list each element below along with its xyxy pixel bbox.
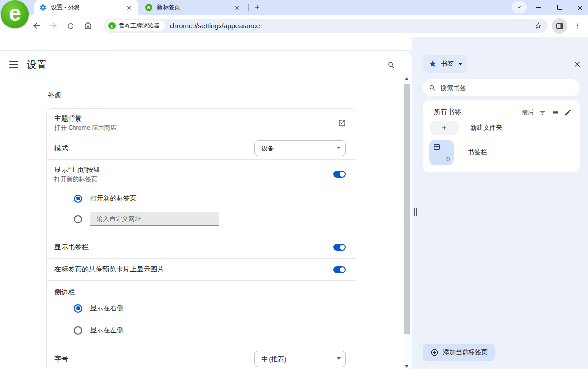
edit-pencil-icon[interactable] <box>564 109 572 116</box>
plus-circle-icon <box>430 348 439 357</box>
panel-title-dropdown[interactable]: 书签 <box>423 55 467 73</box>
radio-selected-icon[interactable] <box>74 195 82 203</box>
bookmarks-bar-label: 显示书签栏 <box>54 243 333 252</box>
window-minimize-button[interactable] <box>529 0 547 15</box>
mode-select-value: 设备 <box>261 144 274 153</box>
content-top-strip <box>0 37 412 50</box>
folder-tile[interactable]: 0 <box>429 140 454 165</box>
view-list-icon[interactable] <box>552 109 559 116</box>
tab-hover-label: 在标签页的悬停预览卡片上显示图片 <box>54 265 333 274</box>
section-title: 外观 <box>48 91 61 100</box>
add-current-tab-button[interactable]: 添加当前标签页 <box>423 344 495 361</box>
window-close-button[interactable] <box>570 0 588 15</box>
scrollbar[interactable] <box>403 74 411 369</box>
tab-title: 新标签页 <box>157 3 233 12</box>
tab-new-tab[interactable]: e 新标签页 <box>140 0 246 15</box>
chevron-down-icon <box>337 147 341 149</box>
main-area: 设置 外观 主题背景 打开 Chrome 应用商店 模式 设备 <box>0 37 588 369</box>
theme-row[interactable]: 主题背景 打开 Chrome 应用商店 <box>47 109 356 137</box>
gear-icon <box>39 4 47 11</box>
back-icon[interactable] <box>29 19 43 33</box>
mode-row: 模式 设备 <box>47 137 356 159</box>
sidebar-label: 侧边栏 <box>54 287 346 296</box>
radio-label: 显示在左侧 <box>90 326 123 335</box>
add-current-tab-label: 添加当前标签页 <box>443 348 488 357</box>
home-button-toggle[interactable] <box>333 171 346 178</box>
bookmarks-bar-folder[interactable]: 0 书签栏 <box>429 140 580 165</box>
font-size-row: 字号 中 (推荐) <box>47 347 356 369</box>
all-bookmarks-card: 所有书签 最后 新建文件夹 <box>423 100 580 172</box>
new-tab-button[interactable] <box>251 1 263 13</box>
browser-favicon-icon: e <box>108 22 116 29</box>
bookmark-search-bar[interactable] <box>423 79 580 96</box>
radio-option-right[interactable]: 显示在右侧 <box>74 304 123 313</box>
home-button-row: 显示“主页”按钮 打开新的标签页 打开新的标签页 <box>47 159 356 236</box>
browser-window: 设置 - 外观 e 新标签页 e <box>0 0 588 369</box>
home-icon[interactable] <box>81 19 95 33</box>
external-link-icon[interactable] <box>338 119 346 127</box>
reload-icon[interactable] <box>64 19 77 33</box>
tab-search-chevron-icon[interactable] <box>512 1 527 13</box>
browser-favicon-icon: e <box>145 4 152 11</box>
font-size-select[interactable]: 中 (推荐) <box>254 351 346 367</box>
tab-strip: 设置 - 外观 e 新标签页 <box>0 0 588 15</box>
folder-count: 0 <box>446 156 450 163</box>
radio-option-ntp[interactable]: 打开新的标签页 <box>74 194 137 203</box>
toolbar: e 爱奇王牌浏览器 chrome://settings/appearance <box>0 15 588 37</box>
settings-page: 设置 外观 主题背景 打开 Chrome 应用商店 模式 设备 <box>0 50 412 369</box>
side-panel-toggle-icon[interactable] <box>552 18 567 34</box>
radio-label: 显示在右侧 <box>90 304 123 313</box>
new-folder-label: 新建文件夹 <box>470 123 502 132</box>
radio-unselected-icon[interactable] <box>74 215 82 223</box>
scrollbar-thumb[interactable] <box>404 84 410 334</box>
font-size-select-value: 中 (推荐) <box>261 355 286 364</box>
sort-icon[interactable] <box>539 109 546 116</box>
appearance-card: 主题背景 打开 Chrome 应用商店 模式 设备 显示“主页”按钮 打开新的标 <box>46 108 356 369</box>
bookmark-star-icon[interactable] <box>534 22 542 30</box>
radio-label: 打开新的标签页 <box>90 194 137 203</box>
window-maximize-button[interactable] <box>550 0 569 15</box>
tab-hover-toggle[interactable] <box>333 266 346 273</box>
window-icon <box>433 143 441 151</box>
bookmarks-bar-toggle[interactable] <box>333 244 346 251</box>
tab-close-icon[interactable] <box>125 3 133 12</box>
folder-name: 书签栏 <box>468 148 487 157</box>
search-icon[interactable] <box>387 61 396 70</box>
home-button-subtitle: 打开新的标签页 <box>54 175 346 184</box>
forward-icon <box>47 19 60 33</box>
panel-title: 书签 <box>441 59 454 68</box>
theme-subtitle: 打开 Chrome 应用商店 <box>54 123 346 133</box>
chevron-down-icon <box>337 357 341 360</box>
radio-unselected-icon[interactable] <box>74 326 82 335</box>
hamburger-menu-icon[interactable] <box>9 61 18 68</box>
tab-divider <box>248 4 249 11</box>
custom-url-input[interactable] <box>90 212 219 226</box>
plus-icon[interactable] <box>430 121 458 135</box>
scrollbar-up-icon[interactable] <box>405 77 409 80</box>
mode-label: 模式 <box>54 144 254 153</box>
font-size-label: 字号 <box>54 355 254 364</box>
sort-order-label[interactable]: 最后 <box>522 108 534 117</box>
panel-resize-handle[interactable] <box>414 208 417 216</box>
mode-select[interactable]: 设备 <box>254 140 346 156</box>
url-text: chrome://settings/appearance <box>170 22 260 30</box>
address-bar[interactable]: e 爱奇王牌浏览器 chrome://settings/appearance <box>104 19 548 33</box>
menu-kebab-icon[interactable] <box>571 20 583 32</box>
tab-hover-row: 在标签页的悬停预览卡片上显示图片 <box>47 258 356 280</box>
new-folder-button[interactable]: 新建文件夹 <box>430 121 580 135</box>
panel-close-icon[interactable] <box>573 60 581 68</box>
theme-title: 主题背景 <box>54 113 346 123</box>
home-button-title: 显示“主页”按钮 <box>54 165 346 174</box>
bookmark-search-input[interactable] <box>441 84 553 92</box>
radio-selected-icon[interactable] <box>74 304 82 313</box>
tab-title: 设置 - 外观 <box>51 3 125 12</box>
tab-close-icon[interactable] <box>233 3 241 12</box>
radio-option-custom-url[interactable] <box>74 212 219 226</box>
all-bookmarks-title: 所有书签 <box>434 108 522 117</box>
radio-option-left[interactable]: 显示在左侧 <box>74 326 123 335</box>
site-chip-label: 爱奇王牌浏览器 <box>119 22 160 30</box>
chevron-down-icon <box>458 63 462 65</box>
scrollbar-down-icon[interactable] <box>405 365 409 368</box>
tab-settings[interactable]: 设置 - 外观 <box>34 0 138 15</box>
site-chip[interactable]: e 爱奇王牌浏览器 <box>106 20 165 31</box>
